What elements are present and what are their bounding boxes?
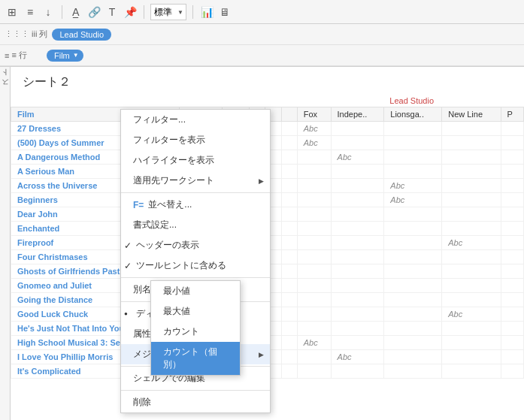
menu-format[interactable]: 書式設定... (121, 215, 270, 235)
lead-studio-col-header: Lead Studio (11, 96, 524, 107)
row-shelf-row: ≡ ≡ 行 Film (0, 45, 524, 66)
toolbar-divider-1 (62, 5, 62, 19)
th-lions: Lionsga.. (384, 107, 442, 122)
menu-show-filter[interactable]: フィルターを表示 (121, 130, 270, 150)
th-newline: New Line (442, 107, 501, 122)
format-select-wrap: 標準 (150, 4, 186, 20)
menu-sep-5 (121, 390, 270, 391)
submenu-measure: 最小値 最大値 カウント カウント（個別） (150, 280, 241, 376)
column-shelf-icon: ⋮⋮⋮ (5, 29, 29, 39)
submenu-count-distinct[interactable]: カウント（個別） (151, 342, 240, 375)
column-pill[interactable]: Lead Studio (52, 29, 111, 41)
toolbar-icon-pin[interactable]: 📌 (123, 5, 138, 20)
left-panel: スト (0, 67, 11, 420)
column-shelf-label: ⋮⋮⋮ iii 列 (5, 29, 47, 40)
row-pill[interactable]: Film (47, 50, 83, 62)
menu-show-highlighter[interactable]: ハイライターを表示 (121, 150, 270, 171)
toolbar-icon-1[interactable]: ⊞ (5, 5, 20, 20)
menu-sort[interactable]: F= 並べ替え... (121, 195, 270, 215)
row-shelf-label: ≡ ≡ 行 (5, 50, 42, 61)
menu-tooltip[interactable]: ツールヒントに含める (121, 255, 270, 276)
menu-sep-1 (121, 192, 270, 193)
toolbar-icon-underline[interactable]: A̲ (68, 5, 83, 20)
sheet-title: シート２ (11, 67, 524, 96)
menu-apply-worksheet[interactable]: 適用先ワークシート (121, 171, 270, 191)
row-shelf-icon: ≡ (5, 51, 9, 60)
submenu-max[interactable]: 最大値 (151, 301, 240, 322)
format-select[interactable]: 標準 (150, 4, 186, 20)
th-p: P (501, 107, 523, 122)
toolbar-icon-paperclip[interactable]: 🔗 (86, 5, 101, 20)
sort-icon: F= (133, 200, 144, 210)
th-fox: Fox (297, 107, 331, 122)
menu-show-header[interactable]: ヘッダーの表示 (121, 235, 270, 255)
toolbar-icon-2[interactable]: ≡ (23, 5, 38, 20)
toolbar: ⊞ ≡ ↓ A̲ 🔗 T 📌 標準 📊 🖥 (0, 0, 524, 24)
column-shelf-row: ⋮⋮⋮ iii 列 Lead Studio (0, 24, 524, 45)
toolbar-divider-3 (192, 5, 193, 19)
toolbar-icon-text[interactable]: T (104, 5, 120, 20)
menu-sep-2 (121, 277, 270, 278)
shelves: ⋮⋮⋮ iii 列 Lead Studio ≡ ≡ 行 Film (0, 24, 524, 67)
column-label-text: iii 列 (32, 29, 47, 40)
menu-delete[interactable]: 削除 (121, 392, 270, 412)
toolbar-icon-monitor[interactable]: 🖥 (217, 5, 232, 20)
toolbar-icon-3[interactable]: ↓ (41, 5, 56, 20)
row-label-text: ≡ 行 (11, 50, 26, 61)
submenu-min[interactable]: 最小値 (151, 281, 240, 301)
menu-filter[interactable]: フィルター... (121, 110, 270, 130)
main-area: スト シート２ Lead Studio Film NULL 20 Fox (0, 67, 524, 420)
th-indep: Indepe.. (331, 107, 384, 122)
th-empty3 (281, 107, 297, 122)
toolbar-icon-chart[interactable]: 📊 (199, 5, 214, 20)
left-panel-text: スト (0, 70, 11, 92)
toolbar-divider-2 (144, 5, 144, 19)
submenu-count[interactable]: カウント (151, 322, 240, 342)
